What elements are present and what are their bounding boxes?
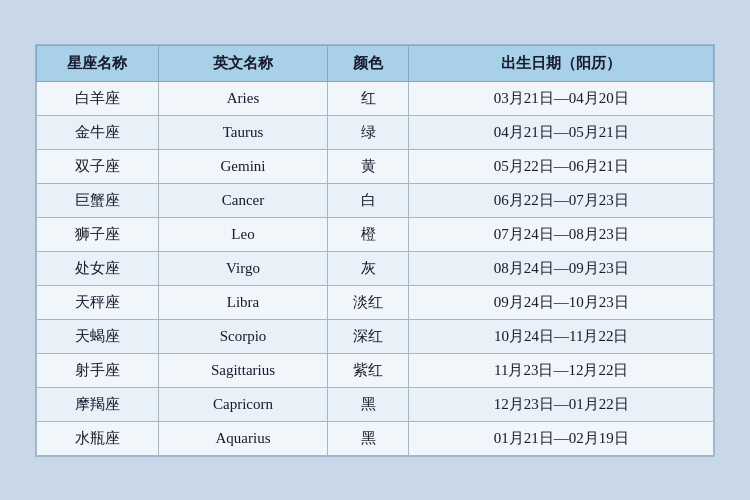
header-chinese-name: 星座名称 xyxy=(37,45,159,81)
cell-english: Cancer xyxy=(158,183,327,217)
cell-color: 黑 xyxy=(328,421,409,455)
cell-color: 灰 xyxy=(328,251,409,285)
table-row: 摩羯座Capricorn黑12月23日—01月22日 xyxy=(37,387,714,421)
table-row: 水瓶座Aquarius黑01月21日—02月19日 xyxy=(37,421,714,455)
header-english-name: 英文名称 xyxy=(158,45,327,81)
cell-color: 红 xyxy=(328,81,409,115)
zodiac-table-container: 星座名称 英文名称 颜色 出生日期（阳历） 白羊座Aries红03月21日—04… xyxy=(35,44,715,457)
cell-english: Libra xyxy=(158,285,327,319)
cell-date: 09月24日—10月23日 xyxy=(409,285,714,319)
cell-chinese: 巨蟹座 xyxy=(37,183,159,217)
cell-date: 03月21日—04月20日 xyxy=(409,81,714,115)
zodiac-table: 星座名称 英文名称 颜色 出生日期（阳历） 白羊座Aries红03月21日—04… xyxy=(36,45,714,456)
cell-chinese: 天蝎座 xyxy=(37,319,159,353)
cell-date: 01月21日—02月19日 xyxy=(409,421,714,455)
cell-english: Leo xyxy=(158,217,327,251)
cell-color: 黑 xyxy=(328,387,409,421)
cell-english: Aquarius xyxy=(158,421,327,455)
cell-english: Scorpio xyxy=(158,319,327,353)
table-body: 白羊座Aries红03月21日—04月20日金牛座Taurus绿04月21日—0… xyxy=(37,81,714,455)
cell-chinese: 狮子座 xyxy=(37,217,159,251)
cell-chinese: 金牛座 xyxy=(37,115,159,149)
cell-color: 淡红 xyxy=(328,285,409,319)
cell-english: Virgo xyxy=(158,251,327,285)
cell-chinese: 摩羯座 xyxy=(37,387,159,421)
cell-english: Sagittarius xyxy=(158,353,327,387)
cell-date: 05月22日—06月21日 xyxy=(409,149,714,183)
cell-date: 04月21日—05月21日 xyxy=(409,115,714,149)
table-row: 狮子座Leo橙07月24日—08月23日 xyxy=(37,217,714,251)
cell-date: 12月23日—01月22日 xyxy=(409,387,714,421)
cell-english: Gemini xyxy=(158,149,327,183)
table-row: 处女座Virgo灰08月24日—09月23日 xyxy=(37,251,714,285)
cell-date: 08月24日—09月23日 xyxy=(409,251,714,285)
table-row: 双子座Gemini黄05月22日—06月21日 xyxy=(37,149,714,183)
cell-date: 10月24日—11月22日 xyxy=(409,319,714,353)
cell-chinese: 双子座 xyxy=(37,149,159,183)
header-color: 颜色 xyxy=(328,45,409,81)
table-row: 天秤座Libra淡红09月24日—10月23日 xyxy=(37,285,714,319)
cell-english: Capricorn xyxy=(158,387,327,421)
table-row: 白羊座Aries红03月21日—04月20日 xyxy=(37,81,714,115)
table-row: 射手座Sagittarius紫红11月23日—12月22日 xyxy=(37,353,714,387)
cell-chinese: 天秤座 xyxy=(37,285,159,319)
header-birthday: 出生日期（阳历） xyxy=(409,45,714,81)
cell-chinese: 处女座 xyxy=(37,251,159,285)
table-header-row: 星座名称 英文名称 颜色 出生日期（阳历） xyxy=(37,45,714,81)
cell-chinese: 射手座 xyxy=(37,353,159,387)
table-row: 巨蟹座Cancer白06月22日—07月23日 xyxy=(37,183,714,217)
cell-color: 黄 xyxy=(328,149,409,183)
cell-color: 橙 xyxy=(328,217,409,251)
cell-date: 11月23日—12月22日 xyxy=(409,353,714,387)
table-row: 金牛座Taurus绿04月21日—05月21日 xyxy=(37,115,714,149)
cell-color: 紫红 xyxy=(328,353,409,387)
cell-chinese: 水瓶座 xyxy=(37,421,159,455)
cell-english: Aries xyxy=(158,81,327,115)
table-row: 天蝎座Scorpio深红10月24日—11月22日 xyxy=(37,319,714,353)
cell-chinese: 白羊座 xyxy=(37,81,159,115)
cell-date: 06月22日—07月23日 xyxy=(409,183,714,217)
cell-date: 07月24日—08月23日 xyxy=(409,217,714,251)
cell-english: Taurus xyxy=(158,115,327,149)
cell-color: 白 xyxy=(328,183,409,217)
cell-color: 深红 xyxy=(328,319,409,353)
cell-color: 绿 xyxy=(328,115,409,149)
